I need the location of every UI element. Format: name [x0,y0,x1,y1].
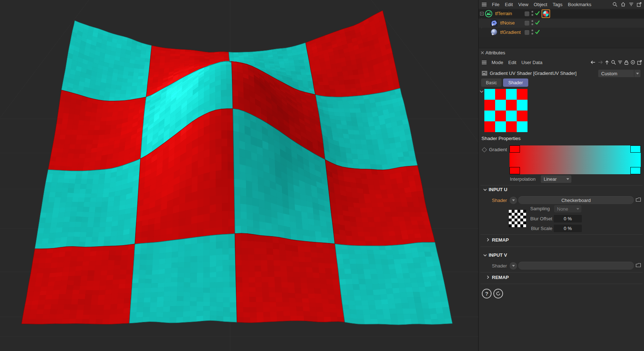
collapse-expand-icon[interactable]: − [480,12,484,15]
hamburger-menu-icon[interactable] [482,3,487,6]
layer-toggle-icon[interactable] [525,30,529,35]
object-name[interactable]: tfGradient [500,30,521,35]
interpolation-dropdown[interactable]: Linear [541,175,571,183]
terrain-object-icon [485,10,493,18]
visibility-dot-bottom[interactable] [531,14,533,16]
object-manager-menubar: File Edit View Object Tags Bookmarks [479,0,644,9]
tab-basic[interactable]: Basic [481,78,502,87]
object-name[interactable]: tfTerrain [495,11,512,16]
chevron-down-icon [634,70,640,77]
chevron-down-icon[interactable] [480,90,484,93]
divider [480,234,643,235]
filter-icon[interactable] [629,2,634,6]
search-icon[interactable] [611,60,616,65]
attributes-menubar: Mode Edit User Data [479,58,644,67]
gradient-knot-start-bottom[interactable] [510,167,520,174]
object-row-tfgradient[interactable]: + tfGradient [479,28,644,37]
shader-preview-checkerboard[interactable] [484,89,527,132]
hamburger-menu-icon[interactable] [482,60,487,64]
object-name[interactable]: tfNoise [500,20,515,26]
enabled-checkmark-icon[interactable] [535,20,540,25]
gradient-modifier-icon: + [490,28,498,36]
question-mark-icon: ? [485,291,488,297]
section-chevron-down-icon[interactable] [483,254,487,257]
enabled-checkmark-icon[interactable] [535,29,540,34]
menu-edit[interactable]: Edit [508,60,516,65]
checker-material-ball [543,11,549,17]
section-chevron-right-icon[interactable] [487,275,489,279]
shader-v-value-button[interactable] [518,262,634,270]
menu-tags[interactable]: Tags [553,2,562,7]
keyframe-diamond-icon[interactable] [482,147,487,152]
divider [480,185,643,185]
enabled-checkmark-icon[interactable] [535,10,540,15]
svg-text:+: + [492,23,494,27]
help-button[interactable]: ? [482,289,492,298]
svg-text:+: + [492,32,494,36]
blur-scale-field[interactable]: 0 % [554,225,582,232]
sampling-dropdown[interactable]: None [554,205,581,212]
tab-shader[interactable]: Shader [503,78,528,87]
gradient-bar[interactable] [510,145,641,174]
gradient-knot-end-bottom[interactable] [630,167,641,174]
layer-toggle-icon[interactable] [525,12,529,16]
object-row-tfterrain[interactable]: − tfTerrain [479,9,644,18]
reset-button[interactable] [493,289,503,298]
lock-icon[interactable] [624,60,629,65]
shader-u-value-button[interactable]: Checkerboard [518,196,634,204]
attributes-titlebar: Attributes [479,48,644,58]
sampling-value: None [554,206,576,212]
section-input-v[interactable]: INPUT V [489,252,507,258]
menu-view[interactable]: View [518,2,528,7]
menu-edit[interactable]: Edit [505,2,513,7]
gradient-knot-start-top[interactable] [510,145,520,153]
popout-icon[interactable] [637,2,641,7]
track-target-icon[interactable] [630,60,635,65]
section-remap-v[interactable]: REMAP [492,275,509,280]
home-icon[interactable] [621,2,626,7]
visibility-dot-top[interactable] [531,11,533,13]
shader-v-dropdown-button[interactable] [510,262,517,270]
noise-modifier-icon: + [490,19,498,27]
chevron-down-icon [576,208,579,210]
gradient-knot-end-top[interactable] [630,145,641,153]
close-icon[interactable] [481,51,484,54]
menu-mode[interactable]: Mode [492,60,503,65]
section-remap-u[interactable]: REMAP [492,237,509,243]
section-chevron-down-icon[interactable] [483,189,487,191]
right-panel: File Edit View Object Tags Bookmarks − [478,0,644,351]
forward-arrow-icon[interactable] [598,60,603,64]
menu-user-data[interactable]: User Data [521,60,543,65]
divider [480,284,643,284]
object-manager: File Edit View Object Tags Bookmarks − [479,0,644,48]
sampling-label: Sampling [515,206,550,211]
texture-tag-thumbnail[interactable] [542,9,550,18]
interpolation-label: Interpolation [510,176,536,182]
back-arrow-icon[interactable] [590,60,596,64]
visibility-dot-top[interactable] [531,20,533,22]
shader-u-dropdown-button[interactable] [510,197,517,204]
preset-value: Custom [598,71,634,76]
layer-toggle-icon[interactable] [525,21,529,26]
popout-icon[interactable] [637,60,642,65]
section-input-u[interactable]: INPUT U [489,187,507,192]
chevron-down-icon [566,178,569,180]
menu-bookmarks[interactable]: Bookmarks [568,2,591,7]
preset-dropdown[interactable]: Custom [598,69,641,77]
visibility-dot-top[interactable] [531,30,533,31]
search-icon[interactable] [612,2,617,7]
section-chevron-right-icon[interactable] [487,238,489,242]
divider [480,272,643,273]
attribute-object-header: Gradient UV Shader [GradientUV Shader] [490,71,576,76]
object-row-tfnoise[interactable]: + tfNoise [479,19,644,28]
folder-icon[interactable] [636,197,641,202]
filter-icon[interactable] [618,60,622,64]
blur-offset-field[interactable]: 0 % [554,215,582,222]
up-arrow-icon[interactable] [605,60,609,65]
viewport-3d[interactable] [0,0,479,351]
visibility-dot-bottom[interactable] [531,23,533,25]
menu-file[interactable]: File [492,2,499,7]
menu-object[interactable]: Object [534,2,547,7]
folder-icon[interactable] [636,263,641,267]
visibility-dot-bottom[interactable] [531,33,533,35]
